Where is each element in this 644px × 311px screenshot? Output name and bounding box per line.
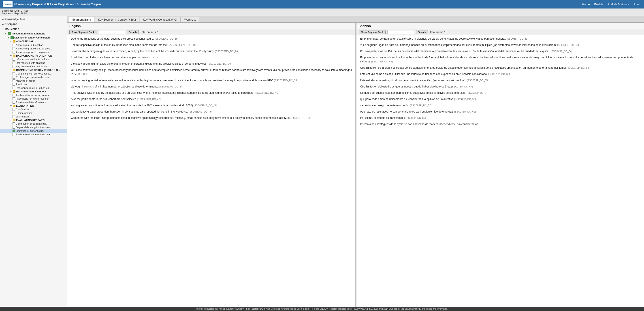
segment-entry: Este estudio se ha aplicado utilizando u… bbox=[359, 72, 642, 76]
nav-links: Home Eneida AntLab Software About bbox=[582, 3, 641, 6]
sidebar-ra-section[interactable]: ▼ RA Section bbox=[0, 27, 67, 32]
tree-label: All communicative functions bbox=[12, 32, 45, 35]
show-segment-bank-btn-eng[interactable]: Show Segment Bank bbox=[69, 30, 96, 34]
tree-item-gap[interactable]: Gap-or-deficiency-in-others-res... bbox=[0, 126, 67, 129]
spanish-search-btn[interactable]: Search bbox=[416, 30, 428, 34]
tree-label: Limitation-of-current study bbox=[16, 130, 44, 132]
sidebar-knowledge-area[interactable]: ▶ Knowledge Area bbox=[0, 17, 67, 22]
sidebar-discipline[interactable]: ▶ Discipline bbox=[0, 22, 67, 27]
english-search-input[interactable] bbox=[98, 30, 125, 34]
dual-panel: English Show Segment Bank Search Total c… bbox=[67, 23, 644, 307]
segment-text: se produce un sesgo de varianza común. bbox=[360, 104, 409, 107]
segment-code: [SSC06ENG_DC_46] bbox=[255, 92, 278, 94]
tree-label: DRAWING IMPLICATIONS bbox=[16, 90, 46, 93]
segment-entry: Y, en segundo lugar, se trata de un trab… bbox=[359, 43, 642, 47]
segment-code: [SSC03ENG_DC_35] bbox=[274, 79, 298, 82]
tree-item-applicability[interactable]: Applicability-or-usability-of-res... bbox=[0, 93, 67, 97]
tree-item-contribution[interactable]: Contribution-of-current-study bbox=[0, 122, 67, 126]
tree-item-announcing-sub[interactable]: Announcing-(sub)section bbox=[0, 43, 67, 47]
tree-item-hypothesis[interactable]: Hypothesis-for-future-research bbox=[0, 97, 67, 100]
nav-eneida[interactable]: Eneida bbox=[594, 3, 603, 6]
segment-entry: Por último, el estudio es transversal, [… bbox=[359, 116, 642, 120]
tree-label: Meaning-of-result bbox=[16, 80, 35, 82]
eng-count: 27/550 bbox=[21, 10, 29, 12]
spanish-search-input[interactable] bbox=[387, 30, 414, 34]
spanish-content: En primer lugar, se trata de un estudio … bbox=[356, 35, 644, 307]
spanish-panel-header: Spanish bbox=[356, 23, 644, 29]
tree-label: Hypothesis-for-future-research bbox=[16, 97, 49, 100]
all-comm-folder-icon bbox=[8, 32, 11, 35]
tree-label: Prediction bbox=[16, 83, 27, 86]
tree-drawing-implications[interactable]: ▼ DRAWING IMPLICATIONS bbox=[0, 90, 67, 93]
segment-entry: Este estudio está restringido al uso de … bbox=[359, 78, 642, 82]
english-content: Due to the limitations of the data, such… bbox=[67, 35, 355, 307]
segment-code: [SSC07SP_DC_55] bbox=[371, 60, 393, 63]
tree-discussion-conclusion[interactable]: ▼ Discussion and/or Conclusion bbox=[0, 36, 67, 40]
bg-folder-icon bbox=[13, 54, 16, 57]
tab-ksic[interactable]: Key Segment in Context (KSIC) bbox=[95, 17, 139, 22]
segment-code: [SSC03ENG_DC_26] bbox=[215, 50, 238, 52]
tree-item-limitation[interactable]: Limitation-of-current study bbox=[0, 129, 67, 133]
nav-antlab[interactable]: AntLab Software bbox=[608, 3, 629, 6]
segment-text: In addition, our findings are based on a… bbox=[71, 56, 136, 59]
knowledge-area-label: Knowledge Area bbox=[4, 18, 26, 21]
segment-text: when screening for risk of relatively ra… bbox=[71, 79, 273, 82]
top-nav: EXEMPRAES Corpus (Exemplary Empirical RA… bbox=[0, 0, 644, 8]
tree-item-key-feature[interactable]: Key-feature-of-current-study bbox=[0, 65, 67, 68]
tree-item-comparing[interactable]: Comparing-with-previous-resea... bbox=[0, 72, 67, 76]
segment-entry: the study design did not allow us to exa… bbox=[69, 62, 353, 66]
comment-folder-icon bbox=[13, 69, 16, 71]
segment-text: En primer lugar, en esta investigación s… bbox=[360, 56, 633, 63]
segment-code: [SSC03ENG_DC_27] bbox=[137, 56, 160, 59]
tab-segment-bank[interactable]: Segment Bank bbox=[69, 17, 94, 22]
tree-item-positive-eval[interactable]: Positive-evaluation-of-the-state... bbox=[0, 133, 67, 136]
ra-section-arrow: ▼ bbox=[2, 28, 4, 30]
segment-entry: Also the participants in the sub-cohort … bbox=[69, 97, 353, 101]
show-segment-bank-btn-esp[interactable]: Show Segment Bank bbox=[359, 30, 386, 34]
english-search-btn[interactable]: Search bbox=[127, 30, 139, 34]
tree-announcing[interactable]: ▼ ANNOUNCING bbox=[0, 40, 67, 43]
logo-area: EXEMPRAES Corpus (Exemplary Empirical RA… bbox=[3, 1, 102, 8]
tree-item-announcing-move[interactable]: Announcing-move-step-or-prop... bbox=[0, 47, 67, 50]
tab-word-list[interactable]: Word List bbox=[181, 17, 199, 22]
sidebar: ▶ Knowledge Area ▶ Discipline ▼ RA Secti… bbox=[0, 16, 67, 307]
tree-item-clarification[interactable]: Clarification bbox=[0, 108, 67, 111]
tree-item-explaining[interactable]: Explaining-results-or-other-phe... bbox=[0, 76, 67, 79]
tree-item-justification[interactable]: Justification bbox=[0, 115, 67, 118]
tree-item-meaning[interactable]: Meaning-of-result bbox=[0, 79, 67, 82]
spanish-label: Spanish bbox=[359, 24, 371, 28]
segment-code: [SSC04SP_DC_54] bbox=[551, 50, 572, 52]
tab-kwic[interactable]: Key Word in Context (KWIC) bbox=[140, 17, 180, 22]
tree-commenting-key-results[interactable]: ▼ COMMENTING ON KEY RESULTS O... bbox=[0, 68, 67, 72]
tree-evaluating-research[interactable]: ▼ EVALUATING RESEARCH bbox=[0, 118, 67, 122]
tree-label: Key-feature-of-current-study bbox=[16, 65, 47, 68]
segment-text: Este estudio se ha aplicado utilizando u… bbox=[360, 72, 488, 76]
english-controls: Show Segment Bank Search Total count: 27 bbox=[67, 29, 355, 35]
tree-item-prediction[interactable]: Prediction bbox=[0, 82, 67, 86]
right-panel: Segment Bank Key Segment in Context (KSI… bbox=[67, 16, 644, 307]
segment-code: [SSC06ENG_DC_49] bbox=[189, 110, 212, 113]
tree-all-comm-functions[interactable]: ▼ All communicative functions bbox=[0, 32, 67, 36]
segment-entry: when screening for risk of relatively ra… bbox=[69, 78, 353, 82]
tree-item-reaction[interactable]: Reaction-to-result-or-other-fea... bbox=[0, 86, 67, 90]
nav-about[interactable]: About bbox=[634, 3, 641, 6]
tree-item-announcing-referring[interactable]: Announcing-or-referring-to-an-... bbox=[0, 50, 67, 54]
segment-entry: Our case control study design, made nece… bbox=[69, 68, 353, 76]
esp-segment-info: Segments (Esp): 18/574 bbox=[2, 12, 642, 15]
tree-item-exemplification[interactable]: Exemplification bbox=[0, 111, 67, 115]
tree-checkbox bbox=[12, 133, 15, 136]
tree-item-recommendation[interactable]: Recommendation-for-future bbox=[0, 100, 67, 104]
segment-entry: Por otra parte, más de 45% de las difere… bbox=[359, 49, 642, 53]
segment-text: las ventajas estratégicas de la pyme se … bbox=[360, 122, 478, 126]
segment-text: Por último, el estudio es transversal, bbox=[360, 116, 404, 120]
tree-item-info-no-citations[interactable]: Info-provided-without-citations bbox=[0, 58, 67, 61]
english-panel: English Show Segment Bank Search Total c… bbox=[67, 23, 355, 307]
main-wrapper: Segments (Eng): 27/550 Segments (Esp): 1… bbox=[0, 8, 644, 311]
tree-item-info-with-citations[interactable]: Info-reported-with-citations bbox=[0, 61, 67, 65]
segment-code: [SSC03ENG_DC_19] bbox=[173, 44, 196, 46]
segment-code: [SSC08SP_DC_65] bbox=[404, 116, 426, 119]
tree-elaborating[interactable]: ▼ ELABORATING bbox=[0, 104, 67, 108]
tree-label: Announcing-or-referring-to-an-... bbox=[16, 51, 51, 54]
tree-background-info[interactable]: ▼ BACKGROUND INFORMATION bbox=[0, 54, 67, 58]
nav-home[interactable]: Home bbox=[582, 3, 590, 6]
